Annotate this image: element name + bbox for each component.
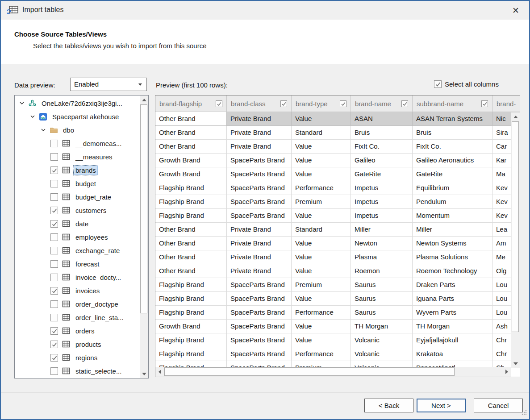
tree-item-budget[interactable]: budget <box>15 177 140 190</box>
scrollbar-thumb[interactable] <box>164 367 455 376</box>
tree-item-static_selecte-[interactable]: static_selecte... <box>15 364 140 378</box>
table-cell: Standard <box>292 126 351 140</box>
tree-item-label: invoice_docty... <box>74 273 123 282</box>
table-icon <box>62 340 71 349</box>
table-checkbox[interactable] <box>50 220 58 228</box>
table-row[interactable]: Flagship BrandSpaceParts BrandPremiumImp… <box>155 195 520 209</box>
table-cell: Roemon <box>351 264 413 278</box>
table-checkbox[interactable] <box>50 153 58 161</box>
tree-item-regions[interactable]: regions <box>15 351 140 364</box>
table-row[interactable]: Other BrandPrivate BrandValueASANASAN Te… <box>155 112 520 126</box>
table-checkbox[interactable] <box>50 274 58 281</box>
tree-vertical-scrollbar[interactable] <box>140 96 148 378</box>
table-checkbox[interactable] <box>50 341 58 348</box>
tree-item-__demomeas-[interactable]: __demomeas... <box>15 137 140 150</box>
next-button[interactable]: Next > <box>417 399 466 412</box>
column-checkbox[interactable] <box>401 100 408 107</box>
table-row[interactable]: Other BrandPrivate BrandValueNewtonNewto… <box>155 237 520 250</box>
column-header-brand-name[interactable]: brand-name <box>351 96 413 112</box>
table-row[interactable]: Flagship BrandSpaceParts BrandPremiumSau… <box>155 278 520 292</box>
table-checkbox[interactable] <box>50 314 58 321</box>
select-all-columns[interactable]: Select all columns <box>434 80 499 88</box>
cancel-button[interactable]: Cancel <box>474 399 523 412</box>
tree-item-spacepartslakehouse[interactable]: SpacepartsLakehouse <box>15 110 140 123</box>
tree-item-customers[interactable]: customers <box>15 204 140 217</box>
table-checkbox[interactable] <box>50 180 58 187</box>
table-checkbox[interactable] <box>50 166 58 174</box>
table-row[interactable]: Flagship BrandSpaceParts BrandPerformanc… <box>155 306 520 320</box>
table-row[interactable]: Other BrandPrivate BrandValueFixIt Co.Fi… <box>155 140 520 154</box>
tree-item-products[interactable]: products <box>15 337 140 351</box>
table-checkbox[interactable] <box>50 260 58 268</box>
chevron-down-icon[interactable] <box>40 126 47 133</box>
tree-item-order_doctype[interactable]: order_doctype <box>15 297 140 311</box>
table-row[interactable]: Flagship BrandSpaceParts BrandValueVolca… <box>155 333 520 347</box>
tree-item-__measures[interactable]: __measures <box>15 150 140 163</box>
table-row[interactable]: Flagship BrandSpaceParts BrandValueSauru… <box>155 292 520 306</box>
tree-item-onelake-72d6zxiq3ije3gi-[interactable]: OneLake/72d6zxiq3ije3gi... <box>15 96 140 110</box>
tree-item-exchange_rate[interactable]: exchange_rate <box>15 244 140 257</box>
select-all-checkbox[interactable] <box>434 80 442 88</box>
tree-item-brands[interactable]: brands <box>15 163 140 177</box>
tree-item-budget_rate[interactable]: budget_rate <box>15 190 140 204</box>
column-checkbox[interactable] <box>280 100 287 107</box>
tree-item-order_line_sta-[interactable]: order_line_sta... <box>15 311 140 324</box>
table-row[interactable]: Flagship BrandSpaceParts BrandPerformanc… <box>155 181 520 195</box>
close-button[interactable]: ✕ <box>509 4 522 17</box>
table-row[interactable]: Flagship BrandSpaceParts BrandValueImpet… <box>155 209 520 223</box>
column-header-brand-[interactable]: brand- <box>492 96 520 112</box>
tree-item-orders[interactable]: orders <box>15 324 140 337</box>
titlebar[interactable]: Import tables ✕ <box>1 1 529 20</box>
table-row[interactable]: Other BrandPrivate BrandStandardMillerMi… <box>155 223 520 237</box>
table-cell: Premium <box>292 278 351 292</box>
column-header-brand-type[interactable]: brand-type <box>292 96 351 112</box>
table-checkbox[interactable] <box>50 327 58 335</box>
table-checkbox[interactable] <box>50 233 58 241</box>
resize-grip-icon[interactable] <box>521 409 527 417</box>
table-checkbox[interactable] <box>50 354 58 362</box>
scroll-right-arrow[interactable] <box>502 367 511 377</box>
grid-vertical-scrollbar[interactable] <box>511 112 520 368</box>
table-checkbox[interactable] <box>50 193 58 201</box>
table-row[interactable]: Growth BrandSpaceParts BrandValueTH Morg… <box>155 320 520 333</box>
scroll-down-arrow[interactable] <box>511 359 520 368</box>
table-row[interactable]: Other BrandPrivate BrandValuePlasmaPlasm… <box>155 250 520 264</box>
column-header-subbrand-name[interactable]: subbrand-name <box>413 96 492 112</box>
tree-item-date[interactable]: date <box>15 217 140 230</box>
grid-horizontal-scrollbar[interactable] <box>155 367 511 377</box>
data-preview-dropdown[interactable]: Enabled <box>70 78 147 91</box>
column-header-brand-class[interactable]: brand-class <box>227 96 292 112</box>
tree-item-invoices[interactable]: invoices <box>15 284 140 297</box>
column-checkbox[interactable] <box>340 100 346 107</box>
table-checkbox[interactable] <box>50 247 58 254</box>
table-cell: Krakatoa <box>413 347 492 361</box>
scroll-up-arrow[interactable] <box>511 112 520 121</box>
column-header-brand-flagship[interactable]: brand-flagship <box>155 96 227 112</box>
tree-item-dbo[interactable]: dbo <box>15 123 140 137</box>
column-checkbox[interactable] <box>216 100 222 107</box>
table-checkbox[interactable] <box>50 140 58 147</box>
table-row[interactable]: Growth BrandSpaceParts BrandValueGateRit… <box>155 167 520 181</box>
scroll-up-arrow[interactable] <box>140 96 148 104</box>
table-cell: Galileo <box>351 154 413 167</box>
scroll-left-arrow[interactable] <box>155 367 164 377</box>
scrollbar-thumb[interactable] <box>140 104 147 313</box>
table-row[interactable]: Other BrandPrivate BrandStandardBruisBru… <box>155 126 520 140</box>
table-checkbox[interactable] <box>50 300 58 308</box>
table-row[interactable]: Flagship BrandSpaceParts BrandPremiumVol… <box>155 361 520 367</box>
tree-item-employees[interactable]: employees <box>15 230 140 244</box>
table-row[interactable]: Flagship BrandSpaceParts BrandPerformanc… <box>155 347 520 361</box>
table-checkbox[interactable] <box>50 207 58 214</box>
chevron-down-icon[interactable] <box>18 100 25 107</box>
table-checkbox[interactable] <box>50 367 58 375</box>
table-checkbox[interactable] <box>50 287 58 295</box>
column-checkbox[interactable] <box>481 100 488 107</box>
table-row[interactable]: Other BrandPrivate BrandValueRoemonRoemo… <box>155 264 520 278</box>
tree-item-forecast[interactable]: forecast <box>15 257 140 270</box>
chevron-down-icon[interactable] <box>29 113 36 120</box>
table-row[interactable]: Growth BrandSpaceParts BrandValueGalileo… <box>155 154 520 167</box>
scroll-down-arrow[interactable] <box>140 370 148 378</box>
scrollbar-thumb[interactable] <box>512 121 519 332</box>
tree-item-invoice_docty-[interactable]: invoice_docty... <box>15 270 140 284</box>
back-button[interactable]: < Back <box>364 399 413 412</box>
